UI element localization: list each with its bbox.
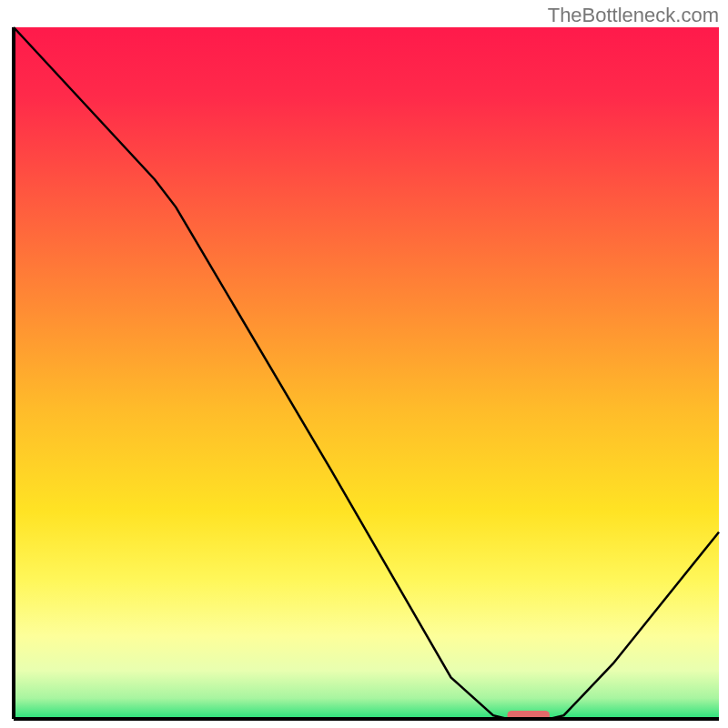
plot-background (14, 27, 719, 719)
watermark-text: TheBottleneck.com (548, 4, 719, 27)
chart-svg (0, 0, 728, 728)
chart-container: { "watermark": "TheBottleneck.com", "cha… (0, 0, 728, 728)
